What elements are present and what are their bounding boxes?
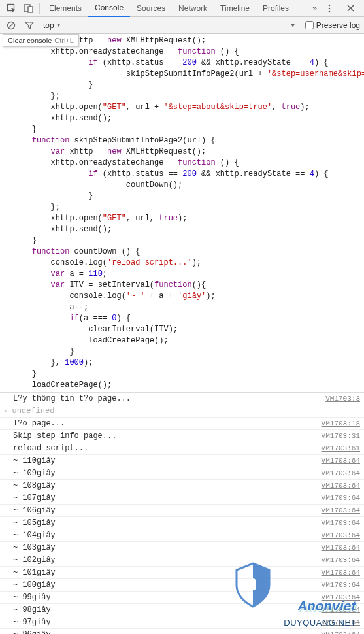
log-source-link[interactable]: VM1703:64 bbox=[322, 494, 360, 502]
separator bbox=[39, 3, 40, 14]
code-line: } bbox=[13, 369, 360, 380]
clear-console-tooltip: Clear consoleCtrl+L bbox=[3, 34, 79, 47]
code-line: if (xhttp.status == 200 && xhttp.readySt… bbox=[13, 58, 360, 69]
console-log-line: ~ 103giâyVM1703:64 bbox=[0, 541, 364, 554]
console-log-line: ~ 96giâyVM1703:64 bbox=[0, 628, 364, 634]
log-source-link[interactable]: VM1703:64 bbox=[322, 593, 360, 601]
code-line: clearInterval(ITV); bbox=[13, 324, 360, 335]
code-line: xhttp.onreadystatechange = function () { bbox=[13, 46, 360, 58]
log-message: ~ 105giây bbox=[13, 518, 322, 527]
log-message: ~ 96giây bbox=[13, 630, 322, 634]
console-log-line: T?o page...VM1703:18 bbox=[0, 417, 364, 429]
log-source-link[interactable]: VM1703:64 bbox=[322, 581, 360, 589]
console-log-line: ~ 97giâyVM1703:64 bbox=[0, 616, 364, 628]
console-log-line: ~ 100giâyVM1703:64 bbox=[0, 578, 364, 591]
log-message: ~ 103giây bbox=[13, 543, 322, 552]
log-source-link[interactable]: VM1703:31 bbox=[322, 432, 360, 440]
code-line: var xhttp = new XMLHttpRequest(); bbox=[13, 146, 360, 158]
clear-console-button[interactable] bbox=[4, 18, 18, 33]
preserve-log-toggle[interactable]: Preserve log bbox=[305, 21, 360, 30]
code-line: console.log('reload script...'); bbox=[13, 258, 360, 269]
code-line: loadCreatePage(); bbox=[13, 335, 360, 346]
log-message: ~ 101giây bbox=[13, 568, 322, 577]
chevron-down-icon[interactable]: ▼ bbox=[290, 22, 296, 29]
console-log-line: ~ 98giâyVM1703:64 bbox=[0, 603, 364, 616]
log-message: ~ 108giây bbox=[13, 481, 322, 490]
console-log-line: ~ 101giâyVM1703:64 bbox=[0, 566, 364, 578]
svg-point-3 bbox=[329, 4, 331, 6]
log-source-link[interactable]: VM1703:64 bbox=[322, 507, 360, 514]
log-message: ~ 97giây bbox=[13, 618, 322, 627]
code-line: }; bbox=[13, 91, 360, 102]
code-line: if(a === 0) { bbox=[13, 313, 360, 324]
code-line: loadCreatePage(); bbox=[13, 380, 360, 391]
log-source-link[interactable]: VM1703:64 bbox=[322, 631, 360, 634]
console-log-line: ~ 110giâyVM1703:64 bbox=[0, 454, 364, 467]
console-log-line: L?y thông tin t?o page...VM1703:3 bbox=[0, 392, 364, 405]
log-source-link[interactable]: VM1703:64 bbox=[322, 618, 360, 626]
log-source-link[interactable]: VM1703:61 bbox=[322, 444, 360, 452]
code-line: function skipStepSubmitInfoPage2(url) { bbox=[13, 135, 360, 146]
overflow-tabs-button[interactable]: » bbox=[308, 4, 321, 13]
code-line: xhttp.send(); bbox=[13, 113, 360, 124]
console-log-line: ~ 106giâyVM1703:64 bbox=[0, 504, 364, 516]
context-label: top bbox=[43, 21, 54, 30]
log-source-link[interactable]: VM1703:64 bbox=[322, 469, 360, 477]
log-message: Skip step info page... bbox=[13, 431, 322, 441]
svg-line-7 bbox=[8, 23, 14, 28]
code-line: xhttp.open("GET", url + '&step=about&ski… bbox=[13, 102, 360, 113]
log-message: reload script... bbox=[13, 444, 322, 453]
log-source-link[interactable]: VM1703:64 bbox=[322, 519, 360, 527]
panel-tabs: ElementsConsoleSourcesNetworkTimelinePro… bbox=[42, 0, 308, 16]
close-devtools-icon[interactable] bbox=[342, 0, 359, 17]
device-toolbar-icon[interactable] bbox=[20, 0, 37, 17]
code-line: }; bbox=[13, 202, 360, 213]
inspect-element-icon[interactable] bbox=[3, 0, 20, 17]
log-message: ~ 106giây bbox=[13, 506, 322, 515]
code-line: var ITV = setInterval(function(){ bbox=[13, 280, 360, 291]
log-source-link[interactable]: VM1703:64 bbox=[322, 482, 360, 490]
tab-timeline[interactable]: Timeline bbox=[214, 0, 256, 17]
filter-icon[interactable] bbox=[22, 18, 37, 33]
log-source-link[interactable]: VM1703:3 bbox=[325, 395, 360, 403]
log-source-link[interactable]: VM1703:64 bbox=[322, 457, 360, 465]
svg-rect-2 bbox=[28, 7, 33, 12]
devtools-top-toolbar: ElementsConsoleSourcesNetworkTimelinePro… bbox=[0, 0, 364, 17]
log-message: ~ 104giây bbox=[13, 531, 322, 540]
console-log-line: ~ 104giâyVM1703:64 bbox=[0, 529, 364, 541]
log-source-link[interactable]: VM1703:64 bbox=[322, 544, 360, 552]
code-line: countDown(); bbox=[13, 180, 360, 191]
code-line: } bbox=[13, 235, 360, 246]
code-line: function countDown () { bbox=[13, 246, 360, 258]
log-source-link[interactable]: VM1703:64 bbox=[322, 606, 360, 614]
console-log-line: ~ 107giâyVM1703:64 bbox=[0, 492, 364, 504]
log-source-link[interactable]: VM1703:64 bbox=[322, 556, 360, 564]
code-line: xhttp.onreadystatechange = function () { bbox=[13, 158, 360, 169]
context-selector[interactable]: top ▼ bbox=[41, 21, 64, 30]
console-log-line: reload script...VM1703:61 bbox=[0, 442, 364, 454]
svg-point-4 bbox=[329, 7, 331, 9]
tab-profiles[interactable]: Profiles bbox=[256, 0, 295, 17]
tab-network[interactable]: Network bbox=[172, 0, 214, 17]
code-line: skipStepSubmitInfoPage2(url + '&step=use… bbox=[13, 69, 360, 80]
log-message: ~ 107giây bbox=[13, 493, 322, 503]
code-line: xhttp.send(); bbox=[13, 224, 360, 235]
log-message: ~ 100giây bbox=[13, 580, 322, 590]
log-source-link[interactable]: VM1703:18 bbox=[322, 420, 360, 427]
preserve-log-checkbox[interactable] bbox=[305, 21, 314, 29]
svg-point-5 bbox=[329, 10, 331, 12]
settings-menu-icon[interactable] bbox=[321, 0, 338, 17]
code-line: }, 1000); bbox=[13, 358, 360, 369]
console-log-line: ~ 108giâyVM1703:64 bbox=[0, 479, 364, 492]
code-line: var a = 110; bbox=[13, 269, 360, 280]
tab-sources[interactable]: Sources bbox=[130, 0, 172, 17]
tab-elements[interactable]: Elements bbox=[42, 0, 88, 17]
tab-console[interactable]: Console bbox=[88, 0, 130, 17]
console-return-value: undefined bbox=[0, 405, 364, 417]
log-source-link[interactable]: VM1703:64 bbox=[322, 531, 360, 539]
preserve-log-label: Preserve log bbox=[316, 21, 360, 30]
log-source-link[interactable]: VM1703:64 bbox=[322, 569, 360, 576]
console-toolbar: top ▼ ▼ Preserve log Clear consoleCtrl+L bbox=[0, 17, 364, 34]
console-log-pane: L?y thông tin t?o page...VM1703:3undefin… bbox=[0, 392, 364, 634]
log-message: ~ 102giây bbox=[13, 556, 322, 565]
